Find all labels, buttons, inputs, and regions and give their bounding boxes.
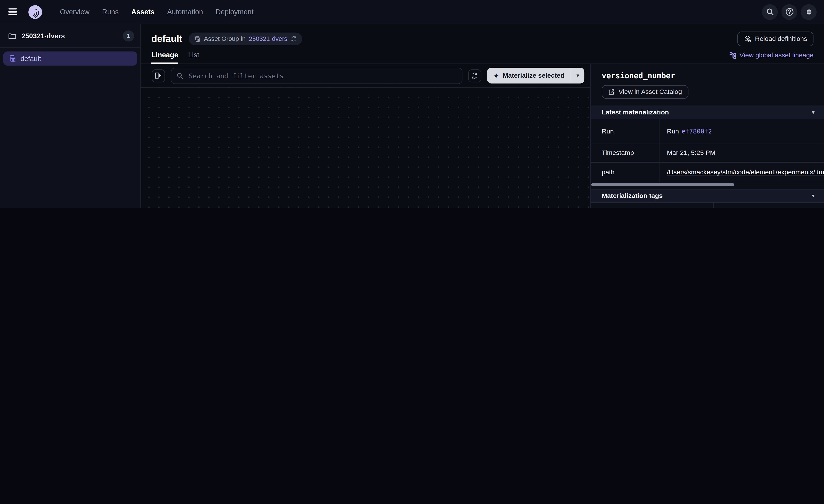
hamburger-menu-icon[interactable] (8, 5, 21, 18)
table-row: path /Users/smackesey/stm/code/elementl/… (591, 163, 824, 182)
search-icon (766, 8, 774, 16)
materialization-tags-table: code_version v4 data_version 20 data_ver… (591, 203, 824, 208)
sidebar-item-label: default (21, 54, 41, 62)
panel-toggle-icon (155, 73, 162, 79)
latest-materialization-table: Run Run ef7800f2 Timestamp Mar 21, 5:25 … (591, 119, 824, 182)
sidebar-group-label: 250321-dvers (22, 32, 123, 39)
chevron-down-icon: ▼ (811, 193, 816, 198)
search-input[interactable] (188, 71, 456, 80)
table-row: Run Run ef7800f2 (591, 119, 824, 143)
search-icon (177, 72, 184, 79)
view-global-asset-lineage-link[interactable]: View global asset lineage (729, 51, 813, 64)
external-link-icon (608, 89, 615, 95)
table-row: code_version v4 (591, 203, 824, 208)
chevron-down-icon: ▼ (811, 110, 816, 115)
materialize-selected-button[interactable]: ✦ Materialize selected ▼ (487, 68, 584, 84)
tab-list[interactable]: List (188, 51, 199, 64)
top-nav: Overview Runs Assets Automation Deployme… (0, 0, 824, 24)
view-in-asset-catalog-button[interactable]: View in Asset Catalog (602, 85, 688, 99)
horizontal-scrollbar[interactable] (591, 183, 734, 186)
refresh-icon (471, 72, 478, 80)
materialize-dropdown-caret[interactable]: ▼ (571, 68, 584, 84)
collapse-sidebar-button[interactable] (152, 69, 165, 82)
asset-groups-sidebar: 250321-dvers 1 default 250321-dvers (0, 24, 141, 208)
asset-group-badge: Asset Group in 250321-dvers (189, 32, 302, 45)
run-id-link[interactable]: ef7800f2 (682, 127, 712, 135)
sidebar-group-row[interactable]: 250321-dvers 1 (0, 24, 140, 48)
materialize-label: Materialize selected (503, 72, 564, 80)
asset-group-icon (8, 54, 16, 62)
nav-overview[interactable]: Overview (60, 8, 90, 16)
reload-definitions-icon (743, 35, 751, 43)
sidebar-item-default[interactable]: default (3, 51, 137, 66)
lineage-pane: ✦ Materialize selected ▼ (141, 64, 590, 208)
nav-deployment[interactable]: Deployment (216, 8, 253, 16)
nav-assets[interactable]: Assets (131, 8, 154, 16)
asset-name-title: versioned_number (591, 64, 824, 80)
folder-icon (8, 32, 16, 39)
lineage-graph-icon (729, 52, 736, 58)
lineage-graph-canvas[interactable]: versioned_number No description Material… (141, 88, 590, 208)
table-row: Timestamp Mar 21, 5:25 PM (591, 143, 824, 163)
refresh-graph-button[interactable] (468, 69, 481, 82)
section-materialization-tags[interactable]: Materialization tags ▼ (591, 189, 824, 203)
tab-lineage[interactable]: Lineage (151, 51, 178, 64)
asset-search-box (171, 68, 462, 84)
sparkle-icon: ✦ (493, 72, 499, 80)
reload-icon[interactable] (291, 36, 297, 42)
dagster-logo[interactable] (28, 5, 43, 19)
primary-nav: Overview Runs Assets Automation Deployme… (60, 8, 253, 16)
reload-definitions-button[interactable]: Reload definitions (737, 31, 814, 46)
main-content: default Asset Group in 250321-dvers Relo… (141, 24, 824, 208)
nav-automation[interactable]: Automation (167, 8, 203, 16)
asset-detail-panel: versioned_number View in Asset Catalog L… (590, 64, 824, 208)
asset-group-icon (194, 35, 201, 42)
gear-icon (804, 7, 813, 16)
badge-group-link[interactable]: 250321-dvers (249, 35, 287, 43)
page-title: default (151, 33, 182, 44)
section-latest-materialization[interactable]: Latest materialization ▼ (591, 106, 824, 119)
reload-definitions-label: Reload definitions (755, 35, 807, 43)
search-button[interactable] (762, 4, 778, 20)
badge-prefix: Asset Group in (204, 35, 246, 43)
settings-button[interactable] (801, 4, 817, 20)
asset-count-badge: 1 (123, 30, 134, 41)
page-header: default Asset Group in 250321-dvers Relo… (141, 24, 824, 46)
help-icon (785, 7, 794, 16)
help-button[interactable] (781, 4, 797, 20)
lineage-toolbar: ✦ Materialize selected ▼ (141, 64, 590, 88)
path-link[interactable]: /Users/smackesey/stm/code/elementl/exper… (667, 168, 824, 176)
view-tabs: Lineage List View global asset lineage (141, 46, 824, 64)
nav-runs[interactable]: Runs (102, 8, 119, 16)
app: Overview Runs Assets Automation Deployme… (0, 0, 824, 208)
